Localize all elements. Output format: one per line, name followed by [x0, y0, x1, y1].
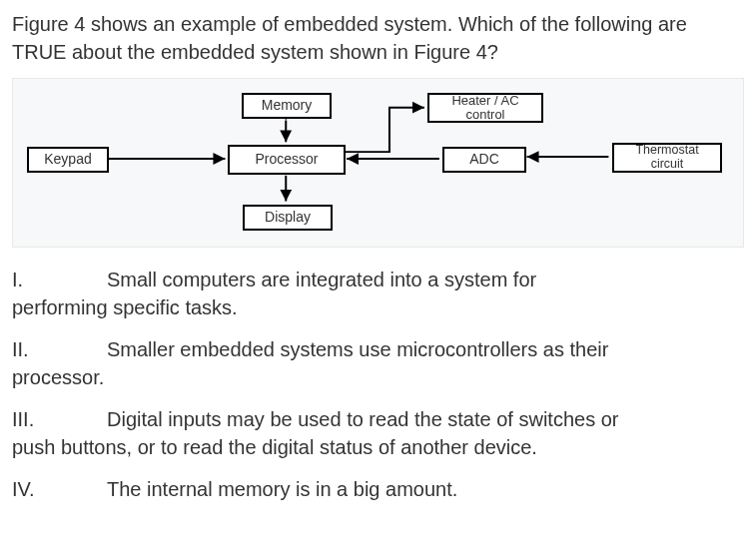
statement-1-text-b: performing specific tasks. — [12, 296, 238, 318]
diagram-box-heater: Heater / AC control — [427, 93, 543, 123]
statement-2-text-b: processor. — [12, 366, 104, 388]
statement-3-num: III. — [12, 405, 107, 433]
statement-3-text-a: Digital inputs may be used to read the s… — [107, 408, 619, 430]
question-text: Figure 4 shows an example of embedded sy… — [12, 10, 744, 66]
statement-4: IV.The internal memory is in a big amoun… — [12, 475, 744, 503]
statement-3: III.Digital inputs may be used to read t… — [12, 405, 744, 461]
statement-2-text-a: Smaller embedded systems use microcontro… — [107, 338, 608, 360]
statement-4-num: IV. — [12, 475, 107, 503]
statement-3-text-b: push buttons, or to read the digital sta… — [12, 436, 537, 458]
diagram-box-display: Display — [243, 205, 333, 231]
statement-2: II.Smaller embedded systems use microcon… — [12, 335, 744, 391]
embedded-system-diagram: Keypad Memory Processor Display Heater /… — [12, 78, 744, 248]
diagram-box-processor: Processor — [228, 145, 346, 175]
diagram-box-keypad: Keypad — [27, 147, 109, 173]
statement-2-num: II. — [12, 335, 107, 363]
statement-list: I.Small computers are integrated into a … — [12, 266, 744, 503]
diagram-box-memory: Memory — [242, 93, 332, 119]
statement-1-text-a: Small computers are integrated into a sy… — [107, 269, 536, 290]
statement-4-text-a: The internal memory is in a big amount. — [107, 478, 457, 500]
statement-1-num: I. — [12, 266, 107, 293]
diagram-box-thermostat: Thermostat circuit — [612, 143, 722, 173]
diagram-box-adc: ADC — [442, 147, 526, 173]
statement-1: I.Small computers are integrated into a … — [12, 266, 744, 321]
